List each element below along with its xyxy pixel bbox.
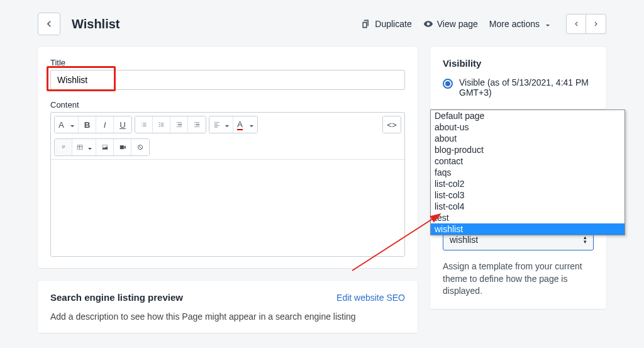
align-button[interactable] xyxy=(209,116,233,133)
font-style-button[interactable]: A xyxy=(55,116,79,133)
template-option[interactable]: Default page xyxy=(431,110,625,121)
seo-heading: Search engine listing preview xyxy=(50,292,183,303)
chevron-left-icon xyxy=(572,20,580,28)
edit-seo-link[interactable]: Edit website SEO xyxy=(336,293,405,303)
editor-toolbar: A B I U A xyxy=(51,113,404,160)
content-editor[interactable]: A B I U A xyxy=(50,112,405,257)
title-content-card: Title Content A B I U xyxy=(38,47,418,268)
template-selected: wishlist xyxy=(450,235,478,245)
html-button[interactable]: <> xyxy=(383,116,401,133)
outdent-icon xyxy=(175,121,183,128)
duplicate-button[interactable]: Duplicate xyxy=(361,19,411,29)
caret-down-icon xyxy=(68,120,74,130)
clear-icon xyxy=(136,143,144,151)
table-icon xyxy=(76,143,84,151)
align-left-icon xyxy=(213,121,221,128)
visibility-card: Visibility Visible (as of 5/13/2021, 4:4… xyxy=(430,47,606,109)
duplicate-label: Duplicate xyxy=(375,19,411,29)
outdent-button[interactable] xyxy=(170,116,188,133)
bullet-list-button[interactable] xyxy=(135,116,153,133)
indent-button[interactable] xyxy=(188,116,206,133)
eye-icon xyxy=(423,19,433,29)
arrow-left-icon xyxy=(44,19,54,29)
template-option[interactable]: list-col4 xyxy=(431,201,625,212)
visibility-heading: Visibility xyxy=(443,58,594,69)
more-actions-button[interactable]: More actions xyxy=(489,19,550,29)
template-option[interactable]: blog-product xyxy=(431,144,625,155)
caret-down-icon xyxy=(223,120,229,130)
template-help: Assign a template from your current them… xyxy=(443,261,594,298)
page-title: Wishlist xyxy=(72,17,353,31)
template-option[interactable]: test xyxy=(431,212,625,223)
number-list-icon xyxy=(158,121,165,128)
template-option[interactable]: contact xyxy=(431,155,625,167)
template-option[interactable]: faqs xyxy=(431,167,625,178)
caret-down-icon xyxy=(543,19,550,29)
more-actions-label: More actions xyxy=(489,19,540,29)
caret-down-icon xyxy=(247,120,253,130)
italic-button[interactable]: I xyxy=(96,116,114,133)
bold-button[interactable]: B xyxy=(79,116,96,133)
title-label: Title xyxy=(50,58,405,67)
video-button[interactable] xyxy=(114,139,131,155)
radio-visible[interactable] xyxy=(443,79,453,89)
seo-description: Add a description to see how this Page m… xyxy=(50,312,405,322)
underline-button[interactable]: U xyxy=(114,116,131,133)
table-button[interactable] xyxy=(72,139,96,155)
bullet-list-icon xyxy=(140,121,148,128)
next-button[interactable] xyxy=(586,14,606,34)
duplicate-icon xyxy=(361,19,371,29)
select-updown-icon xyxy=(584,235,587,244)
chevron-right-icon xyxy=(592,20,600,28)
video-icon xyxy=(119,143,126,151)
back-button[interactable] xyxy=(38,13,60,35)
template-option[interactable]: wishlist xyxy=(431,223,625,235)
visible-label: Visible (as of 5/13/2021, 4:41 PM GMT+3) xyxy=(459,77,594,98)
text-color-button[interactable]: A xyxy=(233,116,257,133)
link-icon xyxy=(60,143,67,151)
link-button xyxy=(55,139,72,155)
view-page-button[interactable]: View page xyxy=(423,19,478,29)
image-icon xyxy=(101,143,109,151)
template-option[interactable]: about xyxy=(431,133,625,144)
number-list-button[interactable] xyxy=(153,116,170,133)
title-input[interactable] xyxy=(50,70,405,90)
content-label: Content xyxy=(50,100,405,109)
template-option[interactable]: list-col3 xyxy=(431,189,625,201)
view-page-label: View page xyxy=(437,19,478,29)
template-option[interactable]: about-us xyxy=(431,121,625,133)
indent-icon xyxy=(193,121,201,128)
clear-format-button[interactable] xyxy=(131,139,149,155)
image-button[interactable] xyxy=(96,139,114,155)
template-dropdown[interactable]: Default pageabout-usaboutblog-productcon… xyxy=(430,109,625,235)
caret-down-icon xyxy=(86,143,92,152)
prev-button[interactable] xyxy=(566,14,586,34)
template-option[interactable]: list-col2 xyxy=(431,178,625,189)
seo-card: Search engine listing preview Edit websi… xyxy=(38,281,418,333)
